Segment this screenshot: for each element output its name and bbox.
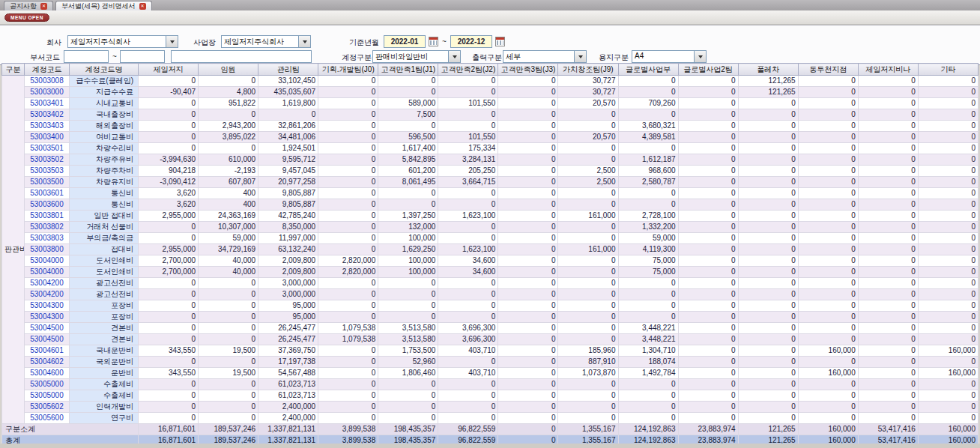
- grid-cell[interactable]: 1,397,250: [378, 211, 438, 222]
- grid-cell[interactable]: 0: [139, 312, 199, 323]
- grid-cell[interactable]: 0: [318, 211, 378, 222]
- grid-cell[interactable]: 0: [318, 413, 378, 424]
- grid-cell[interactable]: 0: [139, 300, 199, 312]
- grid-cell[interactable]: 0: [318, 154, 378, 166]
- grid-cell[interactable]: 0: [558, 233, 618, 244]
- account-code-cell[interactable]: 53003802: [25, 222, 70, 233]
- grid-cell[interactable]: 9,595,712: [258, 154, 318, 166]
- grid-cell[interactable]: 3,448,221: [618, 323, 678, 334]
- grid-cell[interactable]: 0: [558, 109, 618, 121]
- grid-cell[interactable]: 0: [678, 368, 738, 379]
- grid-cell[interactable]: 1,612,187: [618, 154, 678, 166]
- grid-cell[interactable]: 0: [858, 255, 918, 267]
- grid-cell[interactable]: 0: [139, 402, 199, 413]
- total-row[interactable]: 총계16,871,601189,537,2461,337,821,1313,89…: [2, 435, 979, 444]
- table-row[interactable]: 53004000도서인쇄비2,700,00040,0002,009,8002,8…: [2, 255, 979, 267]
- grid-cell[interactable]: 0: [678, 413, 738, 424]
- grid-cell[interactable]: 198,435,357: [378, 435, 438, 444]
- account-code-cell[interactable]: 53003501: [25, 143, 70, 154]
- grid-cell[interactable]: 0: [678, 312, 738, 323]
- table-row[interactable]: 53004500견본비0026,245,4771,079,5383,513,58…: [2, 323, 979, 334]
- grid-cell[interactable]: -3,090,412: [139, 177, 199, 188]
- grid-cell[interactable]: 54,567,488: [258, 368, 318, 379]
- grid-cell[interactable]: 0: [438, 109, 498, 121]
- grid-cell[interactable]: 0: [498, 143, 558, 154]
- grid-cell[interactable]: 160,000: [918, 435, 978, 444]
- grid-cell[interactable]: 75,000: [618, 267, 678, 278]
- grid-cell[interactable]: 161,000: [558, 211, 618, 222]
- grid-cell[interactable]: 0: [438, 390, 498, 402]
- grid-cell[interactable]: 0: [498, 154, 558, 166]
- grid-cell[interactable]: 0: [318, 177, 378, 188]
- grid-cell[interactable]: 0: [618, 289, 678, 300]
- grid-cell[interactable]: 0: [318, 188, 378, 199]
- grid-cell[interactable]: 0: [318, 132, 378, 143]
- grid-cell[interactable]: 0: [858, 222, 918, 233]
- grid-cell[interactable]: 0: [738, 132, 798, 143]
- grid-cell[interactable]: 0: [498, 379, 558, 390]
- grid-cell[interactable]: 0: [798, 402, 858, 413]
- grid-cell[interactable]: 3,899,538: [318, 435, 378, 444]
- column-header[interactable]: 고객만족3팀(J3): [498, 64, 558, 76]
- grid-cell[interactable]: 0: [139, 233, 199, 244]
- account-name-cell[interactable]: 수출제비: [70, 379, 139, 390]
- grid-cell[interactable]: 0: [558, 402, 618, 413]
- grid-cell[interactable]: 0: [858, 267, 918, 278]
- grid-cell[interactable]: 0: [199, 76, 258, 87]
- grid-cell[interactable]: 0: [798, 312, 858, 323]
- grid-cell[interactable]: 0: [139, 109, 199, 121]
- grid-cell[interactable]: 4,119,300: [618, 244, 678, 255]
- grid-cell[interactable]: 0: [498, 413, 558, 424]
- grid-cell[interactable]: 0: [378, 413, 438, 424]
- grid-cell[interactable]: 0: [498, 357, 558, 368]
- grid-cell[interactable]: 0: [798, 289, 858, 300]
- grid-cell[interactable]: 0: [738, 233, 798, 244]
- grid-cell[interactable]: 0: [858, 98, 918, 109]
- grid-cell[interactable]: 11,997,000: [258, 233, 318, 244]
- grid-cell[interactable]: 0: [498, 435, 558, 444]
- grid-cell[interactable]: 904,218: [139, 166, 199, 177]
- grid-cell[interactable]: 0: [438, 312, 498, 323]
- grid-cell[interactable]: 0: [199, 323, 258, 334]
- table-row[interactable]: 53003502차량주유비-3,994,630610,0009,595,7120…: [2, 154, 979, 166]
- grid-cell[interactable]: 0: [438, 402, 498, 413]
- grid-cell[interactable]: 0: [738, 334, 798, 345]
- grid-cell[interactable]: 132,000: [378, 222, 438, 233]
- grid-cell[interactable]: 0: [558, 188, 618, 199]
- grid-cell[interactable]: 403,710: [438, 368, 498, 379]
- grid-cell[interactable]: 9,457,045: [258, 166, 318, 177]
- grid-cell[interactable]: 0: [918, 357, 978, 368]
- grid-cell[interactable]: 0: [498, 255, 558, 267]
- grid-cell[interactable]: 1,753,500: [378, 345, 438, 357]
- grid-cell[interactable]: 0: [678, 267, 738, 278]
- account-code-cell[interactable]: 53003601: [25, 188, 70, 199]
- grid-cell[interactable]: 596,500: [378, 132, 438, 143]
- grid-cell[interactable]: 1,304,710: [618, 345, 678, 357]
- grid-cell[interactable]: 0: [678, 121, 738, 132]
- grid-cell[interactable]: 0: [558, 390, 618, 402]
- account-name-cell[interactable]: 접대비: [70, 244, 139, 255]
- grid-cell[interactable]: 0: [618, 188, 678, 199]
- grid-cell[interactable]: 0: [318, 402, 378, 413]
- grid-cell[interactable]: 0: [678, 76, 738, 87]
- grid-cell[interactable]: 0: [918, 211, 978, 222]
- grid-cell[interactable]: 121,265: [738, 87, 798, 98]
- grid-cell[interactable]: 0: [678, 188, 738, 199]
- grid-cell[interactable]: 160,000: [798, 345, 858, 357]
- grid-cell[interactable]: -90,407: [139, 87, 199, 98]
- grid-cell[interactable]: 0: [199, 357, 258, 368]
- grid-cell[interactable]: 0: [738, 166, 798, 177]
- grid-cell[interactable]: 3,620: [139, 199, 199, 211]
- grid-cell[interactable]: 20,570: [558, 132, 618, 143]
- account-code-cell[interactable]: 53004200: [25, 278, 70, 289]
- grid-cell[interactable]: 0: [139, 132, 199, 143]
- grid-cell[interactable]: 0: [139, 334, 199, 345]
- grid-cell[interactable]: 0: [738, 188, 798, 199]
- account-code-cell[interactable]: 53005000: [25, 379, 70, 390]
- grid-cell[interactable]: 3,000,000: [258, 289, 318, 300]
- grid-cell[interactable]: 0: [498, 345, 558, 357]
- grid-cell[interactable]: 0: [918, 177, 978, 188]
- grid-cell[interactable]: 0: [678, 109, 738, 121]
- grid-cell[interactable]: 343,550: [139, 368, 199, 379]
- grid-cell[interactable]: 0: [318, 199, 378, 211]
